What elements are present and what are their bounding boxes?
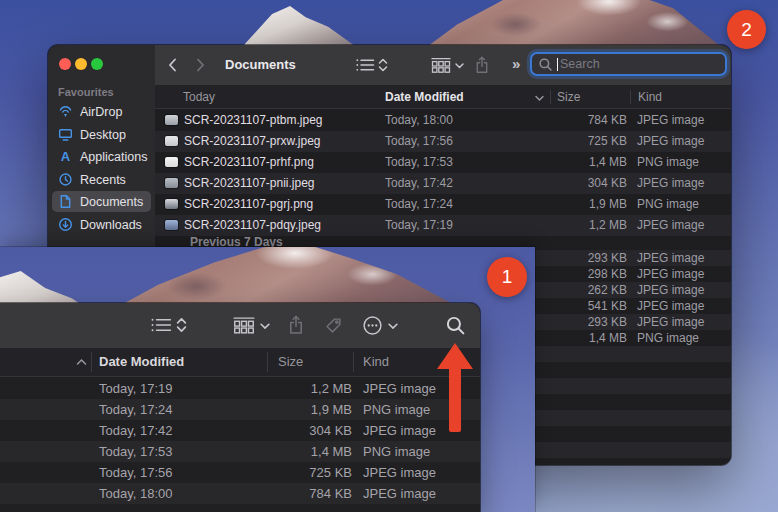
sidebar-item-label: Desktop [80, 128, 126, 142]
share-icon[interactable] [288, 315, 304, 335]
screenshot-root: Favourites AirDrop Desktop A Application… [0, 0, 778, 512]
group-header-today: Today [183, 86, 215, 108]
more-actions-button[interactable] [362, 315, 383, 336]
chevron-down-icon[interactable] [388, 323, 398, 330]
sidebar-item-airdrop[interactable]: AirDrop [52, 101, 151, 122]
file-thumbnail-icon [165, 220, 178, 230]
sort-descending-icon [535, 87, 544, 109]
column-header-kind[interactable]: Kind [363, 348, 389, 376]
toolbar: Documents » [155, 45, 731, 86]
column-header-date[interactable]: Date Modified [99, 348, 184, 376]
minimize-button[interactable] [75, 58, 87, 70]
annotation-arrow-shaft [449, 366, 461, 432]
file-row[interactable]: Today, 17:53 1,4 MB PNG image [0, 441, 480, 462]
file-thumbnail-icon [165, 178, 178, 188]
file-row[interactable]: SCR-20231107-ptbm.jpeg Today, 18:00 784 … [155, 110, 731, 131]
file-row[interactable]: SCR-20231107-prxw.jpeg Today, 17:56 725 … [155, 131, 731, 152]
recents-icon [58, 172, 73, 187]
inset-screenshot-1: Date Modified Size Kind Today, 17:19 1,2… [0, 247, 535, 512]
sidebar-item-label: Documents [80, 195, 143, 209]
column-header-kind[interactable]: Kind [638, 86, 662, 108]
sidebar-item-applications[interactable]: A Applications [52, 146, 151, 167]
file-row[interactable]: SCR-20231107-pgrj.png Today, 17:24 1,9 M… [155, 194, 731, 215]
finder-window-inset: Date Modified Size Kind Today, 17:19 1,2… [0, 303, 480, 512]
column-header-size[interactable]: Size [557, 86, 580, 108]
step-badge-2: 2 [727, 10, 766, 49]
applications-icon: A [58, 149, 73, 164]
sort-updown-icon[interactable] [176, 316, 187, 334]
file-row[interactable]: SCR-20231107-pdqy.jpeg Today, 17:19 1,2 … [155, 215, 731, 236]
group-by-button[interactable] [430, 57, 452, 73]
column-divider [630, 90, 631, 104]
file-row[interactable]: SCR-20231107-pnii.jpeg Today, 17:42 304 … [155, 173, 731, 194]
tag-icon[interactable] [325, 317, 342, 334]
column-divider [550, 90, 551, 104]
forward-button[interactable] [195, 57, 206, 73]
column-header-date[interactable]: Date Modified [385, 86, 464, 108]
file-thumbnail-icon [165, 136, 178, 146]
document-icon [58, 194, 73, 209]
sidebar-item-documents[interactable]: Documents [52, 191, 151, 212]
file-thumbnail-icon [165, 199, 178, 209]
search-placeholder: Search [560, 57, 600, 71]
column-divider [353, 352, 354, 372]
sidebar-item-label: Downloads [80, 218, 142, 232]
file-row[interactable]: Today, 17:24 1,9 MB PNG image [0, 399, 480, 420]
column-header-size[interactable]: Size [278, 348, 303, 376]
sort-ascending-icon [76, 350, 87, 374]
sidebar-item-label: Recents [80, 173, 126, 187]
toolbar [0, 303, 480, 349]
sidebar-item-label: AirDrop [80, 105, 122, 119]
desktop-icon [58, 127, 73, 142]
column-divider [91, 352, 92, 372]
group-by-button[interactable] [232, 316, 256, 334]
search-field[interactable]: Search [530, 52, 727, 76]
file-row[interactable]: Today, 17:42 304 KB JPEG image [0, 420, 480, 441]
text-cursor [557, 58, 558, 71]
file-row[interactable]: SCR-20231107-prhf.png Today, 17:53 1,4 M… [155, 152, 731, 173]
airdrop-icon [58, 104, 73, 119]
search-icon[interactable] [445, 315, 466, 336]
list-view-button[interactable] [355, 57, 375, 73]
sidebar-item-desktop[interactable]: Desktop [52, 124, 151, 145]
zoom-button[interactable] [91, 58, 103, 70]
file-row[interactable]: Today, 17:56 725 KB JPEG image [0, 462, 480, 483]
search-icon [538, 57, 553, 72]
sidebar-section-label: Favourites [58, 86, 114, 98]
file-row[interactable]: Today, 17:19 1,2 MB JPEG image [0, 378, 480, 399]
file-thumbnail-icon [165, 157, 178, 167]
list-header: Date Modified Size Kind [0, 348, 480, 377]
sort-updown-icon[interactable] [378, 57, 388, 73]
back-button[interactable] [167, 57, 178, 73]
wallpaper-mountain-right [428, 0, 720, 46]
share-icon[interactable] [475, 56, 489, 74]
list-view-button[interactable] [150, 316, 172, 334]
chevron-down-icon[interactable] [260, 323, 270, 330]
wallpaper-mountain-left [243, 6, 355, 46]
close-button[interactable] [59, 58, 71, 70]
sidebar-item-label: Applications [80, 150, 147, 164]
file-row[interactable]: Today, 18:00 784 KB JPEG image [0, 483, 480, 504]
step-badge-1: 1 [487, 257, 527, 297]
list-header: Today Date Modified Size Kind [155, 86, 731, 109]
more-toolbar-items-chevron[interactable]: » [512, 55, 520, 72]
chevron-down-icon[interactable] [455, 63, 464, 69]
file-thumbnail-icon [165, 115, 178, 125]
downloads-icon [58, 217, 73, 232]
sidebar-item-downloads[interactable]: Downloads [52, 214, 151, 235]
window-title: Documents [225, 45, 296, 85]
column-divider [267, 352, 268, 372]
inset-mountain-main [112, 247, 464, 310]
sidebar-item-recents[interactable]: Recents [52, 169, 151, 190]
